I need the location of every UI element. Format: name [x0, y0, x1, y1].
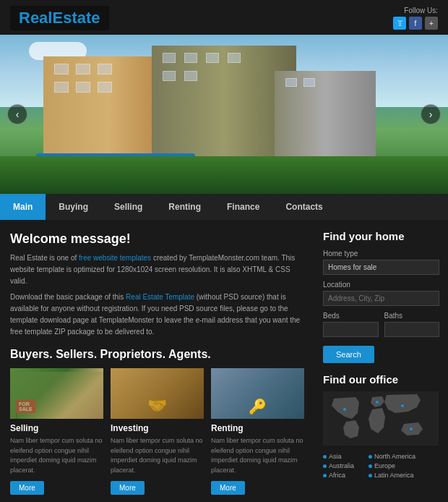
hero-greenery: [0, 156, 448, 194]
window: [184, 53, 197, 63]
region-north-america: North America: [369, 453, 415, 460]
handshake-icon: 🤝: [147, 396, 167, 415]
region-label-europe: Europe: [374, 462, 395, 469]
home-type-label: Home type: [323, 250, 439, 258]
window: [228, 53, 241, 63]
card-text-investing: Nam liber tempor cum soluta no eleifend …: [111, 436, 204, 475]
card-img-renting: 🔑: [211, 368, 304, 419]
welcome-title: Welcome message!: [10, 231, 304, 247]
free-templates-link[interactable]: free website templates: [79, 254, 151, 262]
baths-group: Baths: [384, 312, 440, 343]
region-dot-australia: [323, 464, 327, 468]
world-map: [323, 391, 439, 446]
location-label: Location: [323, 281, 439, 289]
real-estate-template-link[interactable]: Real Estate Template: [126, 293, 194, 301]
search-button[interactable]: Search: [323, 346, 374, 363]
region-latin-america: Latin America: [369, 472, 415, 479]
beds-group: Beds: [323, 312, 379, 343]
card-text-selling: Nam liber tempor cum soluta no eleifend …: [10, 436, 103, 475]
beds-baths-row: Beds Baths: [323, 312, 439, 343]
window: [184, 71, 197, 81]
card-img-investing: 🤝: [111, 368, 204, 419]
card-investing: 🤝 Investing Nam liber tempor cum soluta …: [111, 368, 204, 495]
window: [163, 71, 176, 81]
region-dot-europe: [369, 464, 372, 468]
logo-real-text: Real: [19, 9, 52, 27]
window: [76, 82, 90, 93]
left-column: Welcome message! Real Estate is one of f…: [0, 220, 314, 502]
card-img-selling: FORSALE: [10, 368, 103, 419]
find-office-title: Find our office: [323, 373, 439, 386]
regions-row: Asia Australia Africa North America: [323, 453, 439, 479]
key-icon: 🔑: [249, 398, 267, 415]
twitter-icon[interactable]: 𝕋: [393, 17, 406, 30]
svg-point-2: [376, 401, 379, 404]
more-button-selling[interactable]: More: [10, 481, 44, 495]
nav-item-contacts[interactable]: Contacts: [272, 194, 335, 220]
region-dot-north-america: [369, 455, 372, 459]
region-label-north-america: North America: [374, 453, 415, 460]
window: [206, 53, 219, 63]
region-dot-africa: [323, 474, 327, 477]
card-selling: FORSALE Selling Nam liber tempor cum sol…: [10, 368, 103, 495]
selling-overlay: [10, 372, 103, 419]
window: [54, 64, 69, 75]
region-africa: Africa: [323, 472, 354, 479]
logo-estate-text: Estate: [52, 9, 100, 27]
regions-right: North America Europe Latin America: [369, 453, 415, 479]
region-europe: Europe: [369, 462, 415, 469]
svg-point-4: [410, 427, 413, 430]
hero-prev-button[interactable]: ‹: [7, 104, 27, 124]
more-button-renting[interactable]: More: [211, 481, 245, 495]
card-label-renting: Renting: [211, 423, 304, 433]
hero-next-button[interactable]: ›: [421, 104, 441, 124]
baths-select[interactable]: [384, 322, 440, 337]
card-text-renting: Nam liber tempor cum soluta no eleifend …: [211, 436, 304, 475]
card-label-investing: Investing: [111, 423, 204, 433]
nav-item-buying[interactable]: Buying: [46, 194, 101, 220]
social-icons: 𝕋 f +: [393, 17, 438, 30]
window: [98, 82, 112, 93]
beds-select[interactable]: [323, 322, 379, 337]
logo-real: RealEstate: [19, 9, 100, 27]
window: [98, 64, 112, 75]
region-australia: Australia: [323, 462, 354, 469]
region-asia: Asia: [323, 453, 354, 460]
welcome-paragraph2: Download the basic package of this Real …: [10, 292, 304, 338]
more-button-investing[interactable]: More: [111, 481, 145, 495]
region-dot-latin-america: [369, 474, 372, 477]
nav-item-finance[interactable]: Finance: [214, 194, 272, 220]
regions-left: Asia Australia Africa: [323, 453, 354, 479]
hero-banner: ‹ ›: [0, 35, 448, 194]
nav-item-renting[interactable]: Renting: [155, 194, 214, 220]
building-right: [275, 71, 376, 158]
window: [76, 64, 90, 75]
window: [303, 78, 315, 87]
card-label-selling: Selling: [10, 423, 103, 433]
facebook-icon[interactable]: f: [409, 17, 422, 30]
region-label-africa: Africa: [329, 472, 345, 479]
find-home-title: Find your home: [323, 230, 439, 242]
googleplus-icon[interactable]: +: [425, 17, 438, 30]
right-column: Find your home Home type Homes for sale …: [314, 220, 448, 502]
window: [285, 78, 297, 87]
home-type-select[interactable]: Homes for sale: [323, 260, 439, 275]
svg-point-3: [401, 404, 404, 407]
main-content: Welcome message! Real Estate is one of f…: [0, 220, 448, 502]
location-input[interactable]: [323, 291, 439, 306]
header: RealEstate Follow Us: 𝕋 f +: [0, 0, 448, 35]
beds-label: Beds: [323, 312, 379, 320]
region-label-australia: Australia: [329, 462, 354, 469]
main-nav: Main Buying Selling Renting Finance Cont…: [0, 194, 448, 220]
cards-row: FORSALE Selling Nam liber tempor cum sol…: [10, 368, 304, 495]
card-renting: 🔑 Renting Nam liber tempor cum soluta no…: [211, 368, 304, 495]
nav-item-main[interactable]: Main: [0, 194, 46, 220]
svg-point-1: [343, 408, 346, 411]
region-label-asia: Asia: [329, 453, 342, 460]
region-dot-asia: [323, 455, 327, 459]
nav-item-selling[interactable]: Selling: [101, 194, 155, 220]
logo-box: RealEstate: [10, 6, 109, 30]
baths-label: Baths: [384, 312, 440, 320]
follow-label: Follow Us:: [404, 7, 438, 14]
window: [54, 82, 69, 93]
